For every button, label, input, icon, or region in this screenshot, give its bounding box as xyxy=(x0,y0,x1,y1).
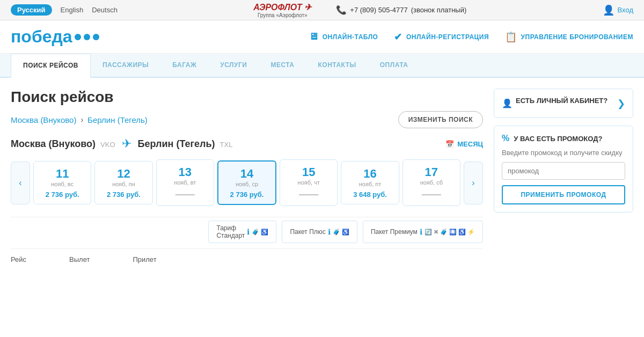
phone-icon: 📞 xyxy=(336,5,347,15)
sidebar: 👤 ЕСТЬ ЛИЧНЫЙ КАБИНЕТ? ❯ % У ВАС ЕСТЬ ПР… xyxy=(494,89,633,266)
date-selector: ‹ 11 нояб, вс 2 736 руб. 12 нояб, пн 2 7… xyxy=(11,159,483,206)
date-month-17: нояб, сб xyxy=(406,179,457,186)
date-price-14: 2 736 руб. xyxy=(222,191,272,199)
tariff-premium-label: Пакет Премиум xyxy=(371,228,418,236)
tab-seats[interactable]: МЕСТА xyxy=(259,54,306,78)
date-number-14: 14 xyxy=(222,167,272,181)
nav-online-checkin-label: ОНЛАЙН-РЕГИСТРАЦИЯ xyxy=(406,33,489,41)
date-card-16[interactable]: 16 нояб, пт 3 648 руб. xyxy=(341,161,399,204)
promo-icon: % xyxy=(502,134,509,143)
flight-city-to: Берлин (Тегель) TXL xyxy=(138,138,233,150)
nav-tabs: ПОИСК РЕЙСОВ ПАССАЖИРЫ БАГАЖ УСЛУГИ МЕСТ… xyxy=(0,54,644,78)
plane-icon: ✈ xyxy=(122,137,131,151)
tab-services[interactable]: УСЛУГИ xyxy=(208,54,259,78)
promo-description: Введите промокод и получите скидку xyxy=(502,149,625,157)
aeroflot-group: Группа «Аэрофлот» xyxy=(258,12,308,18)
chevron-down-icon: ❯ xyxy=(617,98,625,109)
checkmark-icon: ✔ xyxy=(394,31,402,43)
date-card-17[interactable]: 17 нояб, сб —— xyxy=(402,159,460,206)
nav-booking-management[interactable]: 📋 УПРАВЛЕНИЕ БРОНИРОВАНИЕМ xyxy=(505,31,633,43)
lang-russian-button[interactable]: Русский xyxy=(11,4,52,16)
login-section[interactable]: 👤 Вход xyxy=(603,4,633,16)
calendar-icon: 📅 xyxy=(445,140,454,148)
phone-section: 📞 +7 (809) 505-4777 (звонок платный) xyxy=(336,5,466,15)
date-month-16: нояб, пт xyxy=(345,181,395,187)
date-month-13: нояб, вт xyxy=(160,179,210,186)
logo-text: победа xyxy=(11,27,72,47)
date-number-13: 13 xyxy=(160,165,210,179)
promo-apply-button[interactable]: ПРИМЕНИТЬ ПРОМОКОД xyxy=(502,185,625,204)
tariff-standard-icons: 🧳 ♿ xyxy=(252,229,268,236)
phone-note: (звонок платный) xyxy=(411,6,467,14)
date-next-button[interactable]: › xyxy=(464,162,483,204)
date-price-16: 3 648 руб. xyxy=(345,191,395,199)
date-price-12: 2 736 руб. xyxy=(98,191,149,199)
nav-online-board[interactable]: 🖥 ОНЛАЙН-ТАБЛО xyxy=(309,31,378,42)
nav-booking-label: УПРАВЛЕНИЕ БРОНИРОВАНИЕМ xyxy=(521,33,633,41)
change-search-button[interactable]: ИЗМЕНИТЬ ПОИСК xyxy=(398,111,483,128)
tab-search[interactable]: ПОИСК РЕЙСОВ xyxy=(11,54,91,78)
flight-code-from: VKO xyxy=(100,141,115,149)
date-number-17: 17 xyxy=(406,165,457,179)
clipboard-icon: 📋 xyxy=(505,31,517,43)
date-card-13[interactable]: 13 нояб, вт —— xyxy=(156,159,214,206)
tariff-standard[interactable]: ТарифСтандарт ℹ 🧳 ♿ xyxy=(208,221,276,243)
route-breadcrumb: Москва (Внуково) › Берлин (Тегель) ИЗМЕН… xyxy=(11,111,483,128)
login-label: Вход xyxy=(618,6,633,14)
logo-dot-3 xyxy=(93,34,99,40)
flight-code-to: TXL xyxy=(220,141,233,149)
date-month-14: нояб, ср xyxy=(222,181,272,187)
date-price-13: —— xyxy=(160,189,210,200)
logo-dot-1 xyxy=(75,34,81,40)
lang-english-link[interactable]: English xyxy=(61,6,84,14)
date-card-11[interactable]: 11 нояб, вс 2 736 руб. xyxy=(33,161,91,204)
monitor-icon: 🖥 xyxy=(309,31,319,42)
main-content: Поиск рейсов Москва (Внуково) › Берлин (… xyxy=(11,89,483,266)
logo-dots xyxy=(75,34,99,40)
route-arrow-icon: › xyxy=(80,115,83,124)
tariff-premium[interactable]: Пакет Премиум ℹ 🔄 ✖ 🧳 🛄 ♿ ⚡ xyxy=(363,221,483,243)
tariff-premium-info-icon[interactable]: ℹ xyxy=(420,228,422,236)
date-prev-button[interactable]: ‹ xyxy=(11,162,30,204)
user-icon: 👤 xyxy=(603,4,614,16)
cabinet-card: 👤 ЕСТЬ ЛИЧНЫЙ КАБИНЕТ? ❯ xyxy=(494,89,633,118)
flight-city-from: Москва (Внуково) VKO xyxy=(11,138,115,150)
tariff-standard-info-icon[interactable]: ℹ xyxy=(247,228,250,236)
date-price-15: —— xyxy=(283,189,334,200)
month-view-button[interactable]: 📅 МЕСЯЦ xyxy=(445,140,483,148)
col-arrival: Прилет xyxy=(133,253,156,266)
route-from[interactable]: Москва (Внуково) xyxy=(11,115,76,124)
tariff-plus-label: Пакет Плюс xyxy=(290,228,325,236)
tab-passengers[interactable]: ПАССАЖИРЫ xyxy=(91,54,160,78)
promo-card: % У ВАС ЕСТЬ ПРОМОКОД? Введите промокод … xyxy=(494,126,633,213)
tab-payment[interactable]: ОПЛАТА xyxy=(368,54,420,78)
tariff-plus[interactable]: Пакет Плюс ℹ 🧳 ♿ xyxy=(282,221,357,243)
phone-number: +7 (809) 505-4777 xyxy=(350,6,407,14)
date-card-15[interactable]: 15 нояб, чт —— xyxy=(280,159,338,206)
lang-deutsch-link[interactable]: Deutsch xyxy=(92,6,118,14)
nav-online-board-label: ОНЛАЙН-ТАБЛО xyxy=(323,33,378,41)
nav-online-checkin[interactable]: ✔ ОНЛАЙН-РЕГИСТРАЦИЯ xyxy=(394,31,489,43)
date-number-16: 16 xyxy=(345,167,395,181)
cabinet-section[interactable]: 👤 ЕСТЬ ЛИЧНЫЙ КАБИНЕТ? ❯ xyxy=(502,97,625,110)
date-number-12: 12 xyxy=(98,167,149,181)
tab-contacts[interactable]: КОНТАКТЫ xyxy=(306,54,368,78)
tariff-plus-info-icon[interactable]: ℹ xyxy=(328,228,331,236)
cabinet-title: ЕСТЬ ЛИЧНЫЙ КАБИНЕТ? xyxy=(516,97,608,105)
page-title: Поиск рейсов xyxy=(11,89,483,106)
promo-input[interactable] xyxy=(502,162,625,180)
date-card-14[interactable]: 14 нояб, ср 2 736 руб. xyxy=(217,160,276,205)
date-card-12[interactable]: 12 нояб, пн 2 736 руб. xyxy=(94,161,152,204)
content-area: Поиск рейсов Москва (Внуково) › Берлин (… xyxy=(0,78,644,276)
date-price-17: —— xyxy=(406,189,457,200)
tab-baggage[interactable]: БАГАЖ xyxy=(160,54,208,78)
pobeda-logo: победа xyxy=(11,27,99,47)
header-nav: 🖥 ОНЛАЙН-ТАБЛО ✔ ОНЛАЙН-РЕГИСТРАЦИЯ 📋 УП… xyxy=(309,31,633,43)
route-to[interactable]: Берлин (Тегель) xyxy=(87,115,148,124)
date-month-15: нояб, чт xyxy=(283,179,334,186)
tariff-standard-label: ТарифСтандарт xyxy=(216,224,245,239)
date-price-11: 2 736 руб. xyxy=(37,191,87,199)
promo-title-section: % У ВАС ЕСТЬ ПРОМОКОД? xyxy=(502,134,625,143)
date-month-11: нояб, вс xyxy=(37,181,87,187)
col-flight: Рейс xyxy=(11,253,26,266)
